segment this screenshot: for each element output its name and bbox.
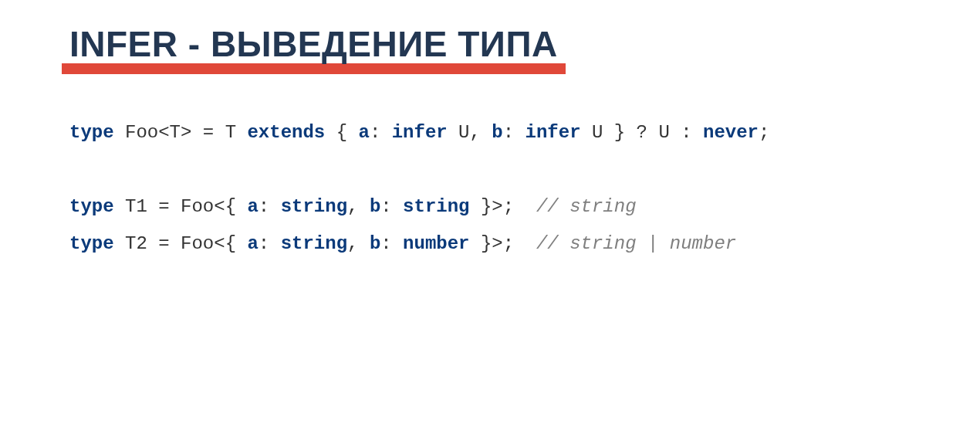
keyword-never: never — [703, 122, 759, 143]
keyword-type: type — [69, 122, 114, 143]
code-text: Foo<T> = T — [114, 122, 248, 143]
keyword-infer: infer — [392, 122, 448, 143]
slide-container: INFER - ВЫВЕДЕНИЕ ТИПА type Foo<T> = T e… — [0, 0, 980, 290]
code-text: : — [380, 233, 403, 254]
keyword-infer: infer — [525, 122, 581, 143]
code-text: T2 = Foo<{ — [114, 233, 248, 254]
keyword-string: string — [281, 233, 347, 254]
code-text: : — [259, 233, 281, 254]
code-text: }>; — [470, 233, 536, 254]
code-text: T1 = Foo<{ — [114, 196, 248, 217]
prop-b: b — [492, 122, 502, 143]
code-text: U } ? U : — [581, 122, 703, 143]
code-text: U, — [448, 122, 492, 143]
code-line-3: type T2 = Foo<{ a: string, b: number }>;… — [69, 230, 911, 258]
code-line-2: type T1 = Foo<{ a: string, b: string }>;… — [69, 193, 911, 221]
code-text: { — [325, 122, 358, 143]
title-underline — [62, 63, 566, 74]
code-text: ; — [759, 122, 769, 143]
code-text: : — [370, 122, 392, 143]
title-wrapper: INFER - ВЫВЕДЕНИЕ ТИПА — [69, 23, 558, 65]
keyword-type: type — [69, 233, 114, 254]
code-text: : — [503, 122, 525, 143]
prop-a: a — [358, 122, 369, 143]
prop-b: b — [370, 196, 380, 217]
code-block: type Foo<T> = T extends { a: infer U, b:… — [69, 119, 911, 258]
code-text: , — [347, 233, 370, 254]
keyword-type: type — [69, 196, 114, 217]
code-text: , — [347, 196, 370, 217]
code-text: : — [380, 196, 403, 217]
prop-a: a — [247, 196, 258, 217]
code-line-1: type Foo<T> = T extends { a: infer U, b:… — [69, 119, 911, 147]
keyword-string: string — [403, 196, 469, 217]
code-text: }>; — [470, 196, 536, 217]
keyword-string: string — [281, 196, 347, 217]
comment: // string — [536, 196, 637, 217]
prop-a: a — [247, 233, 258, 254]
keyword-extends: extends — [247, 122, 325, 143]
slide-title: INFER - ВЫВЕДЕНИЕ ТИПА — [69, 23, 558, 65]
prop-b: b — [370, 233, 380, 254]
comment: // string | number — [536, 233, 736, 254]
keyword-number: number — [403, 233, 469, 254]
code-text: : — [259, 196, 281, 217]
